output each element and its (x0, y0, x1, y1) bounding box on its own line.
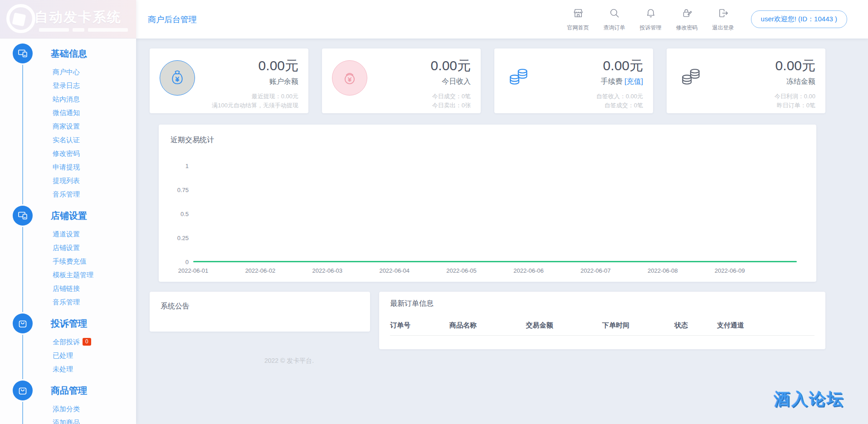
complaint-count-badge: 0 (83, 338, 91, 346)
sidebar-item-music-manage[interactable]: 音乐管理 (0, 295, 136, 309)
latest-orders-card: 最新订单信息 订单号 商品名称 交易金额 下单时间 状态 支付通道 (379, 292, 825, 349)
top-bar: 商户后台管理 官网首页 查询订单 (136, 0, 868, 39)
shopping-bag-icon (13, 313, 33, 333)
orders-table-header: 订单号 商品名称 交易金额 下单时间 状态 支付通道 (390, 321, 814, 336)
line-chart: 1 0.75 0.5 0.25 0 2022-06-01 2022-06-02 … (171, 166, 816, 262)
transactions-chart-card: 近期交易统计 1 0.75 0.5 0.25 0 2022-06-01 2022… (159, 125, 816, 282)
stat-value: 0.00元 (195, 57, 298, 75)
money-pot-icon (332, 60, 367, 96)
orders-title: 最新订单信息 (390, 299, 814, 308)
sidebar-item-music-manage[interactable]: 音乐管理 (0, 188, 136, 201)
col-product-name: 商品名称 (449, 321, 526, 330)
sidebar-item-merchant-center[interactable]: 商户中心 (0, 65, 136, 79)
stat-card-balance: 0.00元 账户余额 最近提现：0.00元 满100元自动结算，无须手动提现 (150, 48, 308, 113)
monitor-icon (13, 206, 33, 226)
quicklink-logout[interactable]: 退出登录 (709, 7, 737, 32)
sidebar-item-site-messages[interactable]: 站内消息 (0, 92, 136, 106)
col-status: 状态 (674, 321, 717, 330)
menu-section-products: 商品管理 添加分类 添加商品 (0, 380, 136, 424)
main-content: 0.00元 账户余额 最近提现：0.00元 满100元自动结算，无须手动提现 0… (150, 48, 825, 349)
logo-icon (6, 4, 35, 33)
quicklink-complaints[interactable]: 投诉管理 (637, 7, 665, 32)
sidebar-item-shop-settings[interactable]: 店铺设置 (0, 241, 136, 255)
bottom-row: 系统公告 最新订单信息 订单号 商品名称 交易金额 下单时间 状态 支付通道 (150, 292, 825, 349)
watermark-text: 酒入论坛 (774, 388, 844, 410)
stat-label: 手续费 [充值] (532, 77, 643, 87)
lock-edit-icon (681, 7, 693, 21)
stat-subtext: 自签收入：0.00元 自签成交：0笔 (532, 92, 643, 110)
coins-blue-icon (506, 65, 532, 90)
col-order-time: 下单时间 (602, 321, 674, 330)
bell-icon (645, 7, 657, 21)
col-amount: 交易金额 (526, 321, 602, 330)
sidebar-item-all-complaints[interactable]: 全部投诉0 (0, 335, 136, 349)
sidebar-item-realname-auth[interactable]: 实名认证 (0, 133, 136, 147)
stats-row: 0.00元 账户余额 最近提现：0.00元 满100元自动结算，无须手动提现 0… (150, 48, 825, 113)
section-title: 投诉管理 (51, 318, 87, 330)
stat-label: 今日收入 (367, 77, 471, 87)
sidebar-item-handled[interactable]: 已处理 (0, 349, 136, 362)
quicklink-official-home[interactable]: 官网首页 (564, 7, 592, 32)
quick-links: 官网首页 查询订单 投诉管理 (564, 7, 737, 32)
sidebar-item-change-password[interactable]: 修改密码 (0, 147, 136, 160)
sidebar-item-unhandled[interactable]: 未处理 (0, 362, 136, 376)
stat-card-frozen: 0.00元 冻结金额 今日利润：0.00 昨日订单：0笔 (667, 48, 825, 113)
stat-label: 账户余额 (195, 77, 298, 87)
sidebar-item-wechat-notify[interactable]: 微信通知 (0, 106, 136, 120)
chart-y-axis: 1 0.75 0.5 0.25 0 (171, 166, 193, 262)
sidebar-item-withdraw-list[interactable]: 提现列表 (0, 174, 136, 188)
section-title: 店铺设置 (51, 210, 87, 222)
sidebar-item-merchant-settings[interactable]: 商家设置 (0, 120, 136, 133)
sidebar-item-fee-recharge[interactable]: 手续费充值 (0, 255, 136, 268)
col-pay-channel: 支付通道 (717, 321, 814, 330)
search-icon (609, 7, 620, 21)
stat-subtext: 今日成交：0笔 今日卖出：0张 (367, 92, 471, 110)
sidebar-item-apply-withdraw[interactable]: 申请提现 (0, 160, 136, 174)
sidebar-menu: 基础信息 商户中心 登录日志 站内消息 微信通知 商家设置 实名认证 修改密码 … (0, 39, 136, 424)
sidebar-item-template-theme[interactable]: 模板主题管理 (0, 268, 136, 282)
stat-subtext: 最近提现：0.00元 满100元自动结算，无须手动提现 (195, 92, 298, 110)
sidebar-item-channel-settings[interactable]: 通道设置 (0, 227, 136, 241)
user-welcome-button[interactable]: user欢迎您! (ID：10443 ) (751, 10, 847, 28)
stat-card-fee: 0.00元 手续费 [充值] 自签收入：0.00元 自签成交：0笔 (494, 48, 653, 113)
system-announcement-card: 系统公告 (150, 292, 370, 332)
stat-value: 0.00元 (367, 57, 471, 75)
monitor-icon (13, 43, 33, 63)
chart-title: 近期交易统计 (171, 135, 816, 145)
recharge-link[interactable]: [充值] (624, 77, 643, 85)
page-title: 商户后台管理 (148, 14, 197, 25)
money-bag-icon (160, 60, 195, 96)
sidebar-item-add-category[interactable]: 添加分类 (0, 402, 136, 416)
sidebar-item-shop-link[interactable]: 店铺链接 (0, 282, 136, 295)
section-head-complaints[interactable]: 投诉管理 (0, 313, 136, 334)
menu-section-basic-info: 基础信息 商户中心 登录日志 站内消息 微信通知 商家设置 实名认证 修改密码 … (0, 43, 136, 201)
section-title: 基础信息 (51, 48, 87, 60)
storefront-icon (572, 7, 584, 21)
announcement-title: 系统公告 (161, 302, 359, 311)
app-logo: 自动发卡系统 (0, 0, 136, 39)
quicklink-query-orders[interactable]: 查询订单 (600, 7, 629, 32)
section-title: 商品管理 (51, 385, 87, 397)
shopping-bag-icon (13, 381, 33, 400)
col-order-id: 订单号 (390, 321, 449, 330)
sidebar-item-login-log[interactable]: 登录日志 (0, 79, 136, 92)
chart-x-axis: 2022-06-01 2022-06-02 2022-06-03 2022-06… (193, 262, 797, 277)
logo-title: 自动发卡系统 (34, 8, 122, 27)
section-head-shop-settings[interactable]: 店铺设置 (0, 205, 136, 226)
sidebar-item-add-product[interactable]: 添加商品 (0, 416, 136, 424)
stat-subtext: 今日利润：0.00 昨日订单：0笔 (704, 92, 815, 110)
logout-icon (717, 7, 729, 21)
stat-value: 0.00元 (704, 57, 815, 75)
stat-label: 冻结金额 (704, 77, 815, 87)
chart-plot-area: 2022-06-01 2022-06-02 2022-06-03 2022-06… (193, 166, 797, 262)
stat-card-today-income: 0.00元 今日收入 今日成交：0笔 今日卖出：0张 (322, 48, 481, 113)
section-head-basic-info[interactable]: 基础信息 (0, 43, 136, 64)
menu-section-shop-settings: 店铺设置 通道设置 店铺设置 手续费充值 模板主题管理 店铺链接 音乐管理 (0, 205, 136, 309)
quicklink-change-password[interactable]: 修改密码 (673, 7, 701, 32)
menu-section-complaints: 投诉管理 全部投诉0 已处理 未处理 (0, 313, 136, 376)
logo-subtitle-decoration (39, 28, 128, 32)
section-head-products[interactable]: 商品管理 (0, 380, 136, 401)
stat-value: 0.00元 (532, 57, 643, 75)
coins-gray-icon (678, 65, 704, 90)
copyright-footer: 2022 © 发卡平台. (264, 357, 314, 365)
